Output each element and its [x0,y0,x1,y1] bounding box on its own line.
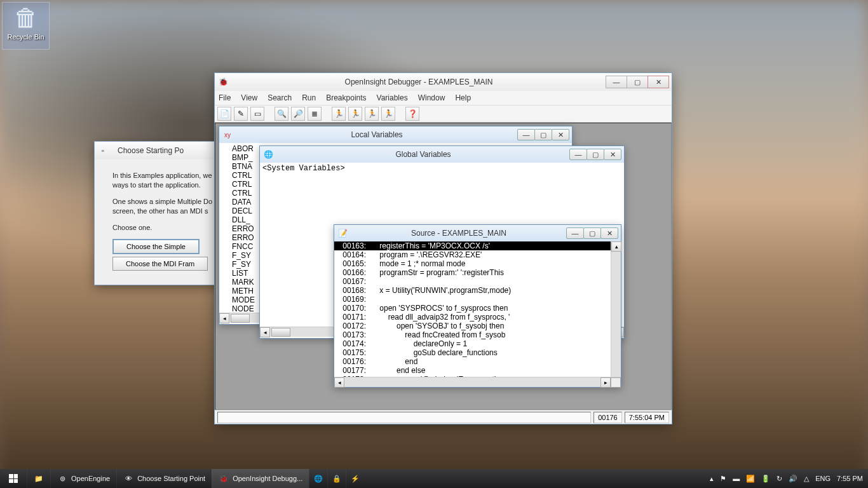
taskbar-lock-icon[interactable]: 🔒 [327,469,346,488]
tool-stop-icon[interactable]: 🏃 [381,107,395,121]
scroll-corner [611,377,621,388]
menu-view[interactable]: View [241,93,257,102]
maximize-button[interactable]: ▢ [583,227,601,239]
source-line[interactable]: 00168: x = Utility('RUNWIN',programStr,m… [334,286,611,295]
scroll-left-icon[interactable]: ◂ [260,327,270,337]
source-icon: 📝 [337,227,348,239]
minimize-button[interactable]: — [566,227,584,239]
close-button[interactable]: ✕ [604,149,621,160]
menu-variables[interactable]: Variables [377,93,408,102]
maximize-button[interactable]: ▢ [534,129,552,140]
source-code[interactable]: 00163: registerThis = 'MP3OCX.OCX /s'001… [334,241,611,377]
local-vars-icon: xy [222,129,233,140]
choose-simple-button[interactable]: Choose the Simple [112,239,200,254]
tray-language[interactable]: ENG [815,475,831,482]
menu-breakpoints[interactable]: Breakpoints [326,93,366,102]
bug-icon: 🐞 [219,473,229,484]
global-vars-title: Global Variables [276,150,570,159]
tray-battery-icon[interactable]: 🔋 [761,475,770,483]
status-message [217,412,591,423]
taskbar-item-choose-starting[interactable]: 👁 Choose Starting Point [116,469,212,488]
tool-run-icon[interactable]: 🏃 [332,107,346,121]
scroll-up-icon[interactable]: ▴ [611,241,621,252]
taskbar-chrome-icon[interactable]: 🌐 [309,469,327,488]
source-line[interactable]: 00163: registerThis = 'MP3OCX.OCX /s' [334,241,611,250]
menu-search[interactable]: Search [268,93,292,102]
openengine-icon: ⊚ [57,473,67,484]
source-line[interactable]: 00166: programStr = program:' ':register… [334,268,611,277]
taskbar-explorer-icon[interactable]: 📁 [27,469,50,488]
source-line[interactable]: 00173: read fncCreated from f_sysob [334,330,611,339]
source-line[interactable]: 00170: open 'SYSPROCS' to f_sysprocs the… [334,304,611,313]
taskbar-item-debugger[interactable]: 🐞 OpenInsight Debugg... [212,469,309,488]
tray-drive-icon[interactable]: △ [804,475,809,483]
source-line[interactable]: 00177: end else [334,366,611,375]
scroll-left-icon[interactable]: ◂ [219,313,229,323]
tool-edit-icon[interactable]: ✎ [234,107,248,121]
tray-clock[interactable]: 7:55 PM [837,475,863,482]
source-line[interactable]: 00176: end [334,357,611,366]
tool-list-icon[interactable]: ≣ [308,107,322,121]
debugger-title: OpenInsight Debugger - EXAMPLES_MAIN [231,78,606,86]
status-line-number: 00176 [593,412,622,423]
tool-step-into-icon[interactable]: 🏃 [365,107,379,121]
debugger-app-icon: 🐞 [217,76,229,88]
source-line[interactable]: 00164: program = '.\REGSVR32.EXE' [334,250,611,259]
scroll-thumb[interactable] [271,328,290,337]
tray-wifi-icon[interactable]: 📶 [746,475,755,483]
source-line[interactable]: 00165: mode = 1 ;* normal mode [334,259,611,268]
source-titlebar[interactable]: 📝 Source - EXAMPLES_MAIN — ▢ ✕ [334,225,621,241]
tray-flag-icon[interactable]: ⚑ [720,475,726,483]
tool-step-icon[interactable]: 🏃 [348,107,362,121]
tray-volume-icon[interactable]: 🔊 [789,475,797,483]
status-time: 7:55:04 PM [625,412,669,423]
tray-network-icon[interactable]: ▬ [733,475,740,482]
minimize-button[interactable]: — [517,129,535,140]
local-vars-titlebar[interactable]: xy Local Variables — ▢ ✕ [219,126,572,143]
menubar: File View Search Run Breakpoints Variabl… [215,91,672,105]
taskbar-label: OpenEngine [71,475,110,482]
close-button[interactable]: ✕ [552,129,569,140]
taskbar-item-openengine[interactable]: ⊚ OpenEngine [50,469,116,488]
maximize-button[interactable]: ▢ [627,76,648,88]
scroll-right-icon[interactable]: ▸ [600,377,611,388]
close-button[interactable]: ✕ [648,76,669,88]
vscrollbar[interactable]: ▴ [611,241,621,377]
source-line[interactable]: 00178: msg(@window,'Error creating [334,375,611,377]
source-line[interactable]: 00171: read dll_advaip32 from f_sysprocs… [334,313,611,322]
source-line[interactable]: 00174: declareOnly = 1 [334,339,611,348]
dialog-icon: ▫ [97,145,109,156]
recycle-bin[interactable]: 🗑 Recycle Bin [2,2,50,50]
source-window: 📝 Source - EXAMPLES_MAIN — ▢ ✕ 00163: re… [334,224,621,388]
system-tray: ▴ ⚑ ▬ 📶 🔋 ↻ 🔊 △ ENG 7:55 PM [705,475,868,483]
tool-search-next-icon[interactable]: 🔎 [291,107,305,121]
tool-search-icon[interactable]: 🔍 [275,107,288,121]
tray-chevron-icon[interactable]: ▴ [710,475,714,483]
menu-help[interactable]: Help [455,93,471,102]
menu-window[interactable]: Window [418,93,445,102]
mdi-area: xy Local Variables — ▢ ✕ ABORBMP_BTNACTR… [215,123,672,410]
hscrollbar[interactable]: ◂ ▸ [334,377,621,387]
close-button[interactable]: ✕ [600,227,618,239]
source-line[interactable]: 00172: open 'SYSOBJ' to f_sysobj then [334,322,611,330]
tool-help-icon[interactable]: ❓ [405,107,419,121]
debugger-titlebar[interactable]: 🐞 OpenInsight Debugger - EXAMPLES_MAIN —… [215,73,672,91]
minimize-button[interactable]: — [606,76,627,88]
scroll-left-icon[interactable]: ◂ [334,377,344,388]
menu-file[interactable]: File [219,93,231,102]
minimize-button[interactable]: — [569,149,587,160]
global-vars-titlebar[interactable]: 🌐 Global Variables — ▢ ✕ [260,146,624,163]
choose-mdi-button[interactable]: Choose the MDI Fram [112,257,208,271]
maximize-button[interactable]: ▢ [587,149,604,160]
tray-sync-icon[interactable]: ↻ [776,475,782,483]
source-line[interactable]: 00175: goSub declare_functions [334,348,611,357]
source-line[interactable]: 00169: [334,295,611,304]
debugger-window: 🐞 OpenInsight Debugger - EXAMPLES_MAIN —… [214,72,672,424]
menu-run[interactable]: Run [302,93,316,102]
tool-new-icon[interactable]: 📄 [217,107,231,121]
start-button[interactable] [0,469,27,488]
tool-window-icon[interactable]: ▭ [250,107,264,121]
source-line[interactable]: 00167: [334,277,611,286]
taskbar-app-icon[interactable]: ⚡ [346,469,364,488]
scroll-thumb[interactable] [231,314,250,323]
